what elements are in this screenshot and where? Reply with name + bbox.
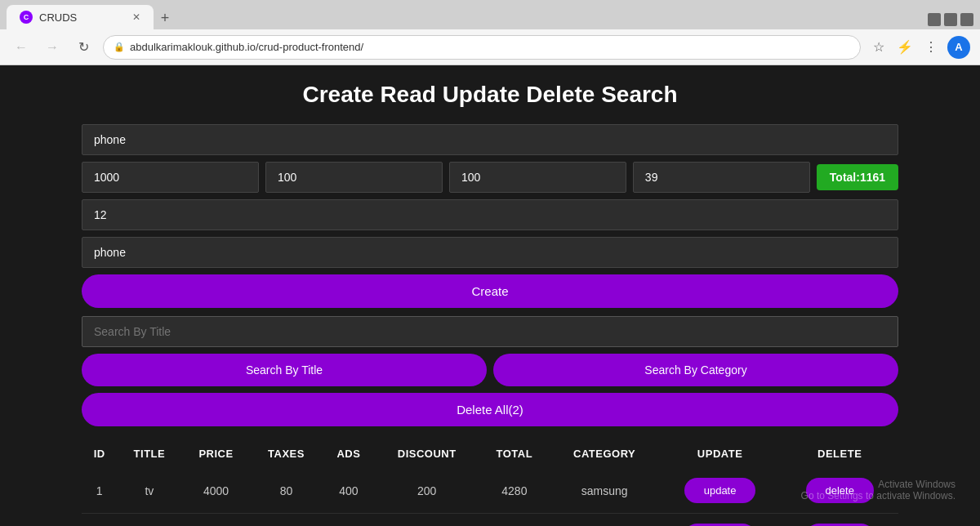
products-table: ID TITLE PRICE TAXES ADS DISCOUNT TOTAL … <box>82 439 898 526</box>
cell-id: 1 <box>82 468 117 514</box>
search-buttons-row: Search By Title Search By Category <box>82 354 898 386</box>
more-icon[interactable]: ⋮ <box>921 38 941 57</box>
search-input-section <box>82 316 898 354</box>
cell-category: samsung <box>550 468 659 514</box>
cell-ads: 400 <box>322 468 375 514</box>
extensions-icon[interactable]: ⚡ <box>895 38 915 57</box>
bookmark-icon[interactable]: ☆ <box>869 38 889 57</box>
page-title: Create Read Update Delete Search <box>82 82 898 108</box>
count-input[interactable] <box>82 199 898 230</box>
close-button[interactable] <box>960 13 973 26</box>
address-bar[interactable]: 🔒 abdulkarimaklouk.github.io/crud-produc… <box>103 35 861 60</box>
col-price: PRICE <box>182 439 251 468</box>
page-content: Create Read Update Delete Search Total:1… <box>0 65 980 526</box>
col-title: TITLE <box>117 439 181 468</box>
category-input[interactable] <box>82 237 898 268</box>
col-update: UPDATE <box>659 439 782 468</box>
cell-taxes: 80 <box>251 468 323 514</box>
tab-bar: C CRUDS ✕ + <box>0 0 980 29</box>
table-body: 1 tv 4000 80 400 200 4280 samsung update… <box>82 468 898 526</box>
delete-all-section: Delete All(2) <box>82 393 898 439</box>
search-by-category-button[interactable]: Search By Category <box>493 354 898 386</box>
table-row: 2 phone 1000 100 100 50 1150 iphone upda… <box>82 514 898 527</box>
forward-button[interactable]: → <box>41 36 64 59</box>
cell-discount: 200 <box>375 468 479 514</box>
minimize-button[interactable] <box>928 13 941 26</box>
create-button[interactable]: Create <box>82 274 898 308</box>
discount-input[interactable] <box>633 162 810 193</box>
cell-category: iphone <box>550 514 659 527</box>
cell-title: phone <box>117 514 181 527</box>
cell-price: 4000 <box>182 468 251 514</box>
col-total: TOTAL <box>479 439 550 468</box>
reload-button[interactable]: ↻ <box>72 36 95 59</box>
title-field-section <box>82 124 898 155</box>
delete-button[interactable]: delete <box>806 478 874 503</box>
cell-delete: delete <box>781 468 898 514</box>
ads-input[interactable] <box>449 162 626 193</box>
cell-total: 1150 <box>479 514 550 527</box>
category-field-section <box>82 237 898 268</box>
profile-button[interactable]: A <box>947 36 970 59</box>
browser-window: C CRUDS ✕ + ← → ↻ 🔒 abdulkarimaklouk.git… <box>0 0 980 526</box>
cell-taxes: 100 <box>251 514 323 527</box>
new-tab-button[interactable]: + <box>154 7 176 29</box>
cell-update: update <box>659 514 782 527</box>
col-taxes: TAXES <box>251 439 323 468</box>
cell-title: tv <box>117 468 181 514</box>
table-row: 1 tv 4000 80 400 200 4280 samsung update… <box>82 468 898 514</box>
search-input[interactable] <box>82 316 898 347</box>
url-text: abdulkarimaklouk.github.io/crud-product-… <box>130 41 363 53</box>
cell-discount: 50 <box>375 514 479 527</box>
price-row: Total:1161 <box>82 162 898 193</box>
cell-ads: 100 <box>322 514 375 527</box>
lock-icon: 🔒 <box>114 42 125 52</box>
search-by-title-button[interactable]: Search By Title <box>82 354 487 386</box>
back-button[interactable]: ← <box>10 36 33 59</box>
cell-total: 4280 <box>479 468 550 514</box>
taxes-input[interactable] <box>265 162 443 193</box>
delete-all-button[interactable]: Delete All(2) <box>82 393 898 426</box>
col-ads: ADS <box>322 439 375 468</box>
active-tab[interactable]: C CRUDS ✕ <box>7 5 154 29</box>
col-category: CATEGORY <box>550 439 659 468</box>
col-discount: DISCOUNT <box>375 439 479 468</box>
tab-favicon: C <box>20 11 33 24</box>
cell-delete: delete <box>781 514 898 527</box>
create-btn-section: Create <box>82 274 898 308</box>
count-field-section <box>82 199 898 230</box>
col-id: ID <box>82 439 117 468</box>
browser-toolbar: ← → ↻ 🔒 abdulkarimaklouk.github.io/crud-… <box>0 29 980 65</box>
col-delete: DELETE <box>781 439 898 468</box>
update-button[interactable]: update <box>684 478 756 503</box>
tab-title: CRUDS <box>39 11 77 24</box>
cell-price: 1000 <box>182 514 251 527</box>
title-input[interactable] <box>82 124 898 155</box>
tab-close-button[interactable]: ✕ <box>132 11 140 23</box>
cell-id: 2 <box>82 514 117 527</box>
price-input[interactable] <box>82 162 259 193</box>
toolbar-right: ☆ ⚡ ⋮ A <box>869 36 970 59</box>
total-badge: Total:1161 <box>817 164 898 190</box>
maximize-button[interactable] <box>944 13 957 26</box>
cell-update: update <box>659 468 782 514</box>
table-header: ID TITLE PRICE TAXES ADS DISCOUNT TOTAL … <box>82 439 898 468</box>
